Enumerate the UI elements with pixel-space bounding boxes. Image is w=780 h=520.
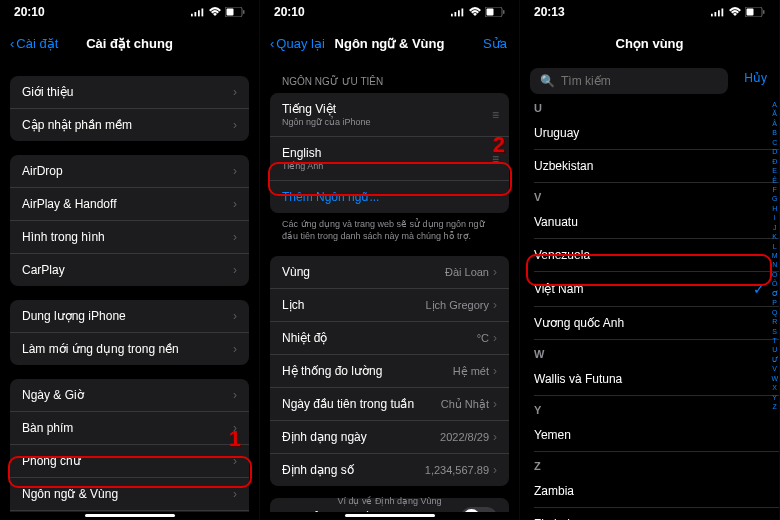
index-bar[interactable]: AĂÂBCDĐEÊFGHIJKLMNOÔƠPQRSTUƯVWXYZ bbox=[771, 100, 778, 411]
region-row[interactable]: Uruguay bbox=[534, 117, 779, 150]
region-row[interactable]: Yemen bbox=[534, 419, 779, 452]
drag-handle-icon[interactable]: ≡ bbox=[492, 108, 497, 122]
row-airdrop[interactable]: AirDrop› bbox=[10, 155, 249, 188]
region-row[interactable]: Việt Nam✓ bbox=[534, 272, 779, 307]
battery-icon bbox=[485, 7, 505, 17]
lang-content[interactable]: NGÔN NGỮ ƯU TIÊN Tiếng ViệtNgôn ngữ của … bbox=[260, 62, 519, 512]
region-row[interactable]: Zambia bbox=[534, 475, 779, 508]
svg-rect-20 bbox=[763, 10, 765, 14]
chevron-right-icon: › bbox=[233, 164, 237, 178]
svg-rect-16 bbox=[718, 10, 720, 16]
chevron-right-icon: › bbox=[493, 298, 497, 312]
status-icons bbox=[451, 7, 505, 17]
back-button[interactable]: ‹Quay lại bbox=[270, 36, 325, 51]
screen-choose-region: 20:13 Chọn vùng 🔍 Hủy UUruguayUzbekistan… bbox=[520, 0, 780, 520]
row-language-region[interactable]: Ngôn ngữ & Vùng› bbox=[10, 478, 249, 511]
row-airplay[interactable]: AirPlay & Handoff› bbox=[10, 188, 249, 221]
svg-rect-10 bbox=[462, 9, 464, 17]
signal-icon bbox=[191, 7, 205, 17]
group-storage: Dung lượng iPhone› Làm mới ứng dụng tron… bbox=[10, 300, 249, 365]
row-lang-vietnamese[interactable]: Tiếng ViệtNgôn ngữ của iPhone ≡ bbox=[270, 93, 509, 137]
chevron-right-icon: › bbox=[233, 487, 237, 501]
status-bar: 20:10 bbox=[260, 0, 519, 24]
row-dictionary[interactable]: Từ điển› bbox=[10, 511, 249, 512]
svg-rect-0 bbox=[191, 14, 193, 17]
svg-rect-1 bbox=[195, 12, 197, 16]
svg-rect-17 bbox=[722, 9, 724, 17]
region-row[interactable]: Uzbekistan bbox=[534, 150, 779, 183]
row-keyboard[interactable]: Bàn phím› bbox=[10, 412, 249, 445]
group-locale: Ngày & Giờ› Bàn phím› Phông chữ› Ngôn ng… bbox=[10, 379, 249, 512]
svg-rect-12 bbox=[487, 9, 494, 16]
row-region-setting[interactable]: Hệ thống đo lườngHệ mét› bbox=[270, 355, 509, 388]
status-bar: 20:13 bbox=[520, 0, 779, 24]
svg-rect-2 bbox=[198, 10, 200, 16]
row-region-setting[interactable]: LịchLịch Gregory› bbox=[270, 289, 509, 322]
svg-rect-15 bbox=[715, 12, 717, 16]
status-icons bbox=[711, 7, 765, 17]
group-airdrop: AirDrop› AirPlay & Handoff› Hình trong h… bbox=[10, 155, 249, 286]
row-lang-english[interactable]: EnglishTiếng Anh ≡ bbox=[270, 137, 509, 181]
svg-rect-14 bbox=[711, 14, 713, 17]
row-date-time[interactable]: Ngày & Giờ› bbox=[10, 379, 249, 412]
status-time: 20:10 bbox=[274, 5, 305, 19]
chevron-left-icon: ‹ bbox=[270, 36, 274, 51]
region-row[interactable]: Zimbabwe bbox=[534, 508, 779, 520]
row-add-language[interactable]: Thêm Ngôn ngữ... bbox=[270, 181, 509, 213]
search-wrap: 🔍 Hủy bbox=[520, 62, 779, 94]
chevron-right-icon: › bbox=[233, 342, 237, 356]
row-carplay[interactable]: CarPlay› bbox=[10, 254, 249, 286]
example-label: Ví dụ về Định dạng Vùng bbox=[337, 496, 441, 506]
edit-button[interactable]: Sửa bbox=[483, 36, 507, 51]
region-row[interactable]: Venezuela bbox=[534, 239, 779, 272]
row-region-setting[interactable]: Ngày đầu tiên trong tuầnChủ Nhật› bbox=[270, 388, 509, 421]
row-software-update[interactable]: Cập nhật phần mềm› bbox=[10, 109, 249, 141]
row-region-setting[interactable]: Định dạng số1,234,567.89› bbox=[270, 454, 509, 486]
row-region-setting[interactable]: Nhiệt độ°C› bbox=[270, 322, 509, 355]
nav-bar: Chọn vùng bbox=[520, 24, 779, 62]
section-header: Y bbox=[534, 396, 779, 419]
settings-content[interactable]: Giới thiệu› Cập nhật phần mềm› AirDrop› … bbox=[0, 62, 259, 512]
row-region-setting[interactable]: VùngĐài Loan› bbox=[270, 256, 509, 289]
home-indicator[interactable] bbox=[345, 514, 435, 517]
search-bar[interactable]: 🔍 bbox=[530, 68, 728, 94]
row-background-refresh[interactable]: Làm mới ứng dụng trong nền› bbox=[10, 333, 249, 365]
svg-rect-7 bbox=[451, 14, 453, 17]
svg-rect-9 bbox=[458, 10, 460, 16]
chevron-right-icon: › bbox=[233, 230, 237, 244]
svg-rect-19 bbox=[747, 9, 754, 16]
wifi-icon bbox=[208, 7, 222, 17]
row-about[interactable]: Giới thiệu› bbox=[10, 76, 249, 109]
row-pip[interactable]: Hình trong hình› bbox=[10, 221, 249, 254]
search-icon: 🔍 bbox=[540, 74, 555, 88]
signal-icon bbox=[451, 7, 465, 17]
chevron-right-icon: › bbox=[493, 364, 497, 378]
row-fonts[interactable]: Phông chữ› bbox=[10, 445, 249, 478]
region-row[interactable]: Wallis và Futuna bbox=[534, 363, 779, 396]
chevron-right-icon: › bbox=[233, 388, 237, 402]
group-preferred-langs: Tiếng ViệtNgôn ngữ của iPhone ≡ EnglishT… bbox=[270, 93, 509, 213]
chevron-right-icon: › bbox=[493, 430, 497, 444]
live-text-toggle[interactable] bbox=[461, 507, 497, 512]
row-storage[interactable]: Dung lượng iPhone› bbox=[10, 300, 249, 333]
home-indicator[interactable] bbox=[85, 514, 175, 517]
chevron-right-icon: › bbox=[233, 118, 237, 132]
callout-2: 2 bbox=[493, 132, 505, 158]
preferred-lang-header: NGÔN NGỮ ƯU TIÊN bbox=[270, 72, 509, 91]
row-region-setting[interactable]: Định dạng ngày2022/8/29› bbox=[270, 421, 509, 454]
search-input[interactable] bbox=[561, 74, 718, 88]
group-about: Giới thiệu› Cập nhật phần mềm› bbox=[10, 76, 249, 141]
region-list[interactable]: UUruguayUzbekistanVVanuatuVenezuelaViệt … bbox=[520, 94, 779, 520]
svg-rect-5 bbox=[227, 9, 234, 16]
status-bar: 20:10 bbox=[0, 0, 259, 24]
cancel-button[interactable]: Hủy bbox=[738, 71, 779, 85]
region-row[interactable]: Vương quốc Anh bbox=[534, 307, 779, 340]
region-row[interactable]: Vanuatu bbox=[534, 206, 779, 239]
battery-icon bbox=[225, 7, 245, 17]
callout-1: 1 bbox=[229, 426, 241, 452]
screen-general-settings: 20:10 ‹Cài đặt Cài đặt chung Giới thiệu›… bbox=[0, 0, 260, 520]
wifi-icon bbox=[468, 7, 482, 17]
checkmark-icon: ✓ bbox=[753, 281, 765, 297]
back-button[interactable]: ‹Cài đặt bbox=[10, 36, 58, 51]
svg-rect-6 bbox=[243, 10, 245, 14]
